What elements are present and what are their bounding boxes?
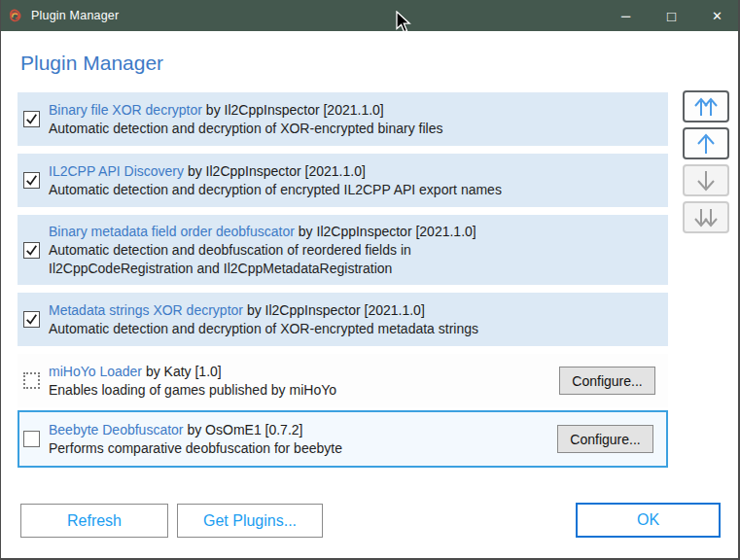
checkmark-icon (25, 313, 38, 326)
plugin-description: Enables loading of games published by mi… (49, 381, 336, 400)
plugin-row-selected[interactable]: Beebyte Deobfuscator by OsOmE1 [0.7.2] P… (18, 410, 668, 468)
plugin-name-link[interactable]: Metadata strings XOR decryptor (49, 302, 243, 318)
ok-button[interactable]: OK (576, 503, 721, 538)
plugin-meta: by Il2CppInspector [2021.1.0] (299, 224, 476, 239)
checkmark-icon (25, 244, 38, 257)
close-button[interactable]: ✕ (694, 0, 740, 31)
maximize-button[interactable]: □ (649, 0, 694, 31)
plugin-title-line: IL2CPP API Discovery by Il2CppInspector … (49, 162, 502, 181)
plugin-manager-window: Plugin Manager ─ □ ✕ Plugin Manager (0, 0, 740, 560)
plugin-meta: by Il2CppInspector [2021.1.0] (247, 302, 425, 318)
plugin-list: Binary file XOR decryptor by Il2CppInspe… (18, 92, 668, 468)
plugin-title-line: Beebyte Deobfuscator by OsOmE1 [0.7.2] (49, 421, 342, 439)
app-icon (8, 8, 23, 23)
move-down-button[interactable] (683, 164, 729, 196)
plugin-description: Automatic detection and decryption of XO… (49, 320, 478, 338)
plugin-meta: by Il2CppInspector [2021.1.0] (188, 163, 366, 179)
page-title: Plugin Manager (20, 52, 163, 75)
minimize-button[interactable]: ─ (603, 0, 649, 31)
window-title: Plugin Manager (31, 9, 119, 22)
plugin-meta: by Katy [1.0] (146, 364, 222, 379)
plugin-row[interactable]: IL2CPP API Discovery by Il2CppInspector … (18, 154, 668, 207)
plugin-row[interactable]: miHoYo Loader by Katy [1.0] Enables load… (18, 354, 668, 407)
get-plugins-button[interactable]: Get Plugins... (177, 504, 323, 538)
plugin-title-line: Binary file XOR decryptor by Il2CppInspe… (49, 101, 442, 120)
plugin-row[interactable]: Metadata strings XOR decryptor by Il2Cpp… (18, 293, 668, 346)
move-up-icon (694, 133, 718, 155)
plugin-checkbox[interactable] (23, 311, 40, 328)
plugin-row[interactable]: Binary metadata field order deobfuscator… (18, 215, 668, 285)
configure-button[interactable]: Configure... (557, 425, 653, 453)
move-to-top-icon (692, 96, 720, 118)
plugin-checkbox[interactable] (23, 242, 40, 259)
close-icon: ✕ (712, 10, 722, 22)
configure-button[interactable]: Configure... (559, 367, 655, 395)
move-up-button[interactable] (683, 127, 729, 159)
plugin-name-link[interactable]: IL2CPP API Discovery (49, 163, 184, 179)
maximize-icon: □ (667, 9, 676, 23)
reorder-panel (683, 90, 729, 238)
move-to-top-button[interactable] (683, 90, 729, 122)
plugin-meta: by Il2CppInspector [2021.1.0] (206, 102, 384, 118)
plugin-title-line: Binary metadata field order deobfuscator… (49, 223, 476, 241)
move-to-bottom-button[interactable] (683, 201, 729, 233)
plugin-name-link[interactable]: Binary metadata field order deobfuscator (49, 224, 295, 239)
plugin-checkbox[interactable] (23, 111, 40, 127)
plugin-checkbox[interactable] (23, 431, 40, 447)
plugin-checkbox-indeterminate[interactable] (23, 372, 40, 389)
move-to-bottom-icon (692, 207, 720, 228)
plugin-description: Automatic detection and decryption of XO… (49, 120, 442, 138)
plugin-description: Performs comparative deobfuscation for b… (49, 439, 342, 458)
plugin-description: Automatic detection and deobfuscation of… (49, 241, 476, 278)
plugin-title-line: miHoYo Loader by Katy [1.0] (49, 363, 336, 381)
plugin-meta: by OsOmE1 [0.7.2] (187, 422, 302, 438)
checkmark-icon (25, 113, 38, 125)
move-down-icon (694, 170, 718, 192)
plugin-checkbox[interactable] (23, 172, 40, 189)
plugin-name-link[interactable]: Beebyte Deobfuscator (49, 422, 184, 438)
plugin-title-line: Metadata strings XOR decryptor by Il2Cpp… (49, 301, 478, 320)
titlebar: Plugin Manager ─ □ ✕ (0, 0, 740, 31)
checkmark-icon (25, 174, 38, 187)
refresh-button[interactable]: Refresh (20, 504, 168, 538)
minimize-icon: ─ (621, 10, 630, 22)
plugin-row[interactable]: Binary file XOR decryptor by Il2CppInspe… (18, 92, 668, 146)
plugin-description: Automatic detection and decryption of en… (49, 181, 502, 199)
plugin-name-link[interactable]: Binary file XOR decryptor (49, 102, 202, 118)
plugin-name-link[interactable]: miHoYo Loader (49, 364, 142, 379)
